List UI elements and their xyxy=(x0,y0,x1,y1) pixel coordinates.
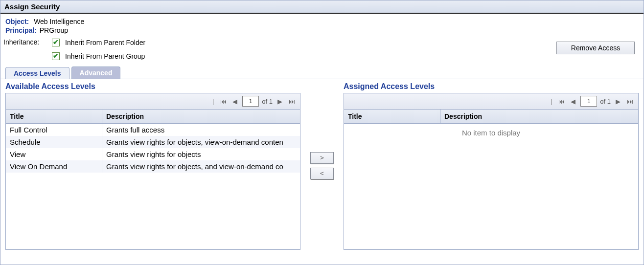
object-value: Web Intelligence xyxy=(34,18,84,25)
object-label: Object: xyxy=(5,18,29,25)
assigned-column: Assigned Access Levels | ⏮ ◀ of 1 ▶ ⏭ Ti… xyxy=(344,81,639,250)
inherit-folder-label: Inherit From Parent Folder xyxy=(65,39,145,46)
page-input[interactable] xyxy=(242,96,259,107)
assigned-title: Assigned Access Levels xyxy=(344,82,639,91)
tab-advanced[interactable]: Advanced xyxy=(71,66,121,79)
row-desc: Grants view rights for objects xyxy=(102,148,300,160)
row-title: Schedule xyxy=(6,136,102,148)
assigned-listbox: | ⏮ ◀ of 1 ▶ ⏭ Title Description No item… xyxy=(344,93,639,250)
first-page-icon[interactable]: ⏮ xyxy=(557,97,566,106)
assigned-col-desc[interactable]: Description xyxy=(440,110,638,123)
assigned-col-title[interactable]: Title xyxy=(344,110,440,123)
remove-button[interactable]: < xyxy=(310,168,334,179)
table-row[interactable]: ViewGrants view rights for objects xyxy=(6,148,300,160)
table-row[interactable]: View On DemandGrants view rights for obj… xyxy=(6,160,300,173)
pager-separator: | xyxy=(551,98,552,105)
add-button[interactable]: > xyxy=(310,152,334,164)
row-desc: Grants view rights for objects, and view… xyxy=(102,160,300,173)
available-col-title[interactable]: Title xyxy=(6,110,102,123)
remove-access-button[interactable]: Remove Access xyxy=(556,42,635,54)
available-title: Available Access Levels xyxy=(5,82,300,91)
inheritance-label: Inheritance: xyxy=(3,37,50,46)
page-of-text: of 1 xyxy=(600,98,611,105)
assigned-empty-text: No item to display xyxy=(344,124,638,142)
pager-separator: | xyxy=(212,98,214,105)
available-column: Available Access Levels | ⏮ ◀ of 1 ▶ ⏭ T… xyxy=(5,81,300,250)
row-desc: Grants view rights for objects, view-on-… xyxy=(102,136,300,148)
inherit-group-label: Inherit From Parent Group xyxy=(65,52,145,60)
prev-page-icon[interactable]: ◀ xyxy=(230,97,239,106)
row-title: View xyxy=(6,148,102,160)
available-pager: | ⏮ ◀ of 1 ▶ ⏭ xyxy=(6,93,300,110)
inheritance-block: Inheritance: Inherit From Parent Folder … xyxy=(0,36,644,65)
inherit-folder-row[interactable]: Inherit From Parent Folder xyxy=(50,37,145,48)
assigned-pager: | ⏮ ◀ of 1 ▶ ⏭ xyxy=(344,93,638,110)
inherit-folder-checkbox[interactable] xyxy=(52,39,60,46)
available-grid-header: Title Description xyxy=(6,110,300,124)
prev-page-icon[interactable]: ◀ xyxy=(569,97,577,106)
first-page-icon[interactable]: ⏮ xyxy=(219,97,228,106)
tab-strip: Access Levels Advanced xyxy=(0,66,644,79)
assigned-grid-header: Title Description xyxy=(344,110,638,124)
row-desc: Grants full access xyxy=(102,124,300,136)
row-title: View On Demand xyxy=(6,160,102,173)
row-title: Full Control xyxy=(6,124,102,136)
last-page-icon[interactable]: ⏭ xyxy=(625,97,634,106)
next-page-icon[interactable]: ▶ xyxy=(614,97,622,106)
available-col-desc[interactable]: Description xyxy=(102,110,300,123)
tab-access-levels[interactable]: Access Levels xyxy=(5,67,69,79)
access-levels-panel: Available Access Levels | ⏮ ◀ of 1 ▶ ⏭ T… xyxy=(0,79,644,255)
meta-block: Object: Web Intelligence Principal: PRGr… xyxy=(0,14,644,36)
inherit-group-checkbox[interactable] xyxy=(52,52,60,60)
available-grid-body: Full ControlGrants full accessScheduleGr… xyxy=(6,124,300,249)
inherit-group-row[interactable]: Inherit From Parent Group xyxy=(50,51,145,62)
assign-security-window: Assign Security Object: Web Intelligence… xyxy=(0,0,644,265)
principal-label: Principal: xyxy=(5,26,37,34)
shuttle-controls: > < xyxy=(306,81,338,250)
available-listbox: | ⏮ ◀ of 1 ▶ ⏭ Title Description Full Co… xyxy=(5,93,300,250)
table-row[interactable]: ScheduleGrants view rights for objects, … xyxy=(6,136,300,148)
assigned-grid-body: No item to display xyxy=(344,124,638,249)
principal-value: PRGroup xyxy=(40,26,68,34)
last-page-icon[interactable]: ⏭ xyxy=(287,97,296,106)
page-input[interactable] xyxy=(580,96,597,107)
table-row[interactable]: Full ControlGrants full access xyxy=(6,124,300,136)
window-title: Assign Security xyxy=(0,0,644,14)
next-page-icon[interactable]: ▶ xyxy=(276,97,284,106)
page-of-text: of 1 xyxy=(262,98,273,105)
